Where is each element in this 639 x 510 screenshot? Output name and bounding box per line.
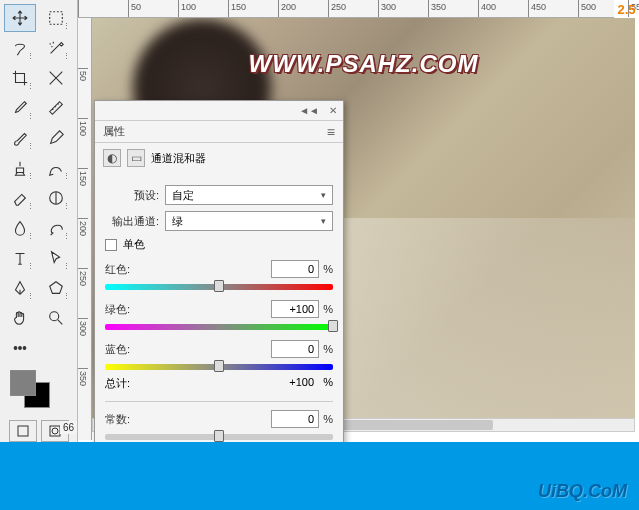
clone-stamp-tool[interactable]: ⋮ bbox=[4, 154, 36, 182]
taskbar: UiBQ.CoM bbox=[0, 442, 639, 510]
ruler-tick: 50 bbox=[78, 68, 88, 118]
shape-tool[interactable]: ⋮ bbox=[40, 274, 72, 302]
green-unit: % bbox=[323, 303, 333, 315]
marquee-tool[interactable]: ⋮ bbox=[40, 4, 72, 32]
constant-slider[interactable] bbox=[105, 430, 333, 442]
mask-icon: ▭ bbox=[127, 149, 145, 167]
blur-tool[interactable]: ⋮ bbox=[4, 214, 36, 242]
monochrome-checkbox[interactable] bbox=[105, 239, 117, 251]
blue-unit: % bbox=[323, 343, 333, 355]
ruler-tick: 200 bbox=[278, 0, 328, 17]
svg-rect-0 bbox=[49, 12, 62, 25]
ruler-tick: 400 bbox=[478, 0, 528, 17]
panel-title: 通道混和器 bbox=[151, 151, 206, 166]
panel-tab-properties[interactable]: 属性 bbox=[103, 124, 125, 139]
foreground-color-swatch[interactable] bbox=[10, 370, 36, 396]
blue-label: 蓝色: bbox=[105, 342, 130, 357]
hand-tool[interactable] bbox=[4, 304, 36, 332]
dodge-tool[interactable]: ⋮ bbox=[40, 214, 72, 242]
ruler-tick bbox=[78, 0, 128, 17]
crop-tool[interactable]: ⋮ bbox=[4, 64, 36, 92]
preset-label: 预设: bbox=[105, 188, 159, 203]
svg-point-4 bbox=[19, 347, 22, 350]
magic-wand-tool[interactable]: ⋮ bbox=[40, 34, 72, 62]
ruler-tick: 100 bbox=[178, 0, 228, 17]
chevron-down-icon: ▾ bbox=[321, 190, 326, 200]
constant-input[interactable] bbox=[271, 410, 319, 428]
history-brush-tool[interactable]: ⋮ bbox=[40, 154, 72, 182]
blue-input[interactable] bbox=[271, 340, 319, 358]
svg-point-8 bbox=[52, 428, 58, 434]
close-icon[interactable]: ✕ bbox=[329, 105, 337, 116]
output-channel-label: 输出通道: bbox=[105, 214, 159, 229]
pencil-tool[interactable] bbox=[40, 124, 72, 152]
svg-rect-6 bbox=[18, 426, 28, 436]
lasso-tool[interactable]: ⋮ bbox=[4, 34, 36, 62]
ruler-tick: 100 bbox=[78, 118, 88, 168]
total-unit: % bbox=[323, 376, 333, 388]
brush-tool[interactable]: ⋮ bbox=[4, 124, 36, 152]
ruler-tick: 350 bbox=[78, 368, 88, 418]
move-tool[interactable] bbox=[4, 4, 36, 32]
collapse-icon[interactable]: ◄◄ bbox=[299, 105, 319, 116]
ruler-tick: 300 bbox=[78, 318, 88, 368]
total-label: 总计: bbox=[105, 376, 130, 391]
green-label: 绿色: bbox=[105, 302, 130, 317]
svg-point-2 bbox=[49, 312, 58, 321]
adjustment-icon: ◐ bbox=[103, 149, 121, 167]
standard-mode-button[interactable] bbox=[9, 420, 37, 442]
panel-menu-icon[interactable]: ≡ bbox=[327, 124, 335, 140]
svg-point-3 bbox=[14, 347, 17, 350]
red-slider[interactable] bbox=[105, 280, 333, 292]
watermark-text: WWW.PSAHZ.COM bbox=[249, 50, 479, 78]
constant-unit: % bbox=[323, 413, 333, 425]
svg-point-5 bbox=[23, 347, 26, 350]
gradient-tool[interactable]: ⋮ bbox=[40, 184, 72, 212]
ruler-tick: 150 bbox=[228, 0, 278, 17]
green-input[interactable] bbox=[271, 300, 319, 318]
type-tool[interactable]: ⋮ bbox=[4, 244, 36, 272]
brand-watermark: UiBQ.CoM bbox=[538, 481, 627, 502]
preset-select[interactable]: 自定 ▾ bbox=[165, 185, 333, 205]
ruler-tick: 150 bbox=[78, 168, 88, 218]
ruler-tick: 450 bbox=[528, 0, 578, 17]
ruler-tick: 50 bbox=[128, 0, 178, 17]
chevron-down-icon: ▾ bbox=[321, 216, 326, 226]
ruler-corner-value: 66 bbox=[60, 421, 77, 434]
ruler-tick: 250 bbox=[328, 0, 378, 17]
red-label: 红色: bbox=[105, 262, 130, 277]
total-value: +100 bbox=[289, 376, 314, 388]
eraser-tool[interactable]: ⋮ bbox=[4, 184, 36, 212]
green-slider[interactable] bbox=[105, 320, 333, 332]
panel-titlebar[interactable]: ◄◄ ✕ bbox=[95, 101, 343, 121]
red-unit: % bbox=[323, 263, 333, 275]
ruler-tick: 200 bbox=[78, 218, 88, 268]
horizontal-ruler: 50 100 150 200 250 300 350 400 450 500 5… bbox=[78, 0, 614, 18]
red-input[interactable] bbox=[271, 260, 319, 278]
preset-value: 自定 bbox=[172, 188, 194, 203]
vertical-ruler: 50 100 150 200 250 300 350 bbox=[78, 18, 92, 440]
blue-slider[interactable] bbox=[105, 360, 333, 372]
toolbox: ⋮ ⋮ ⋮ ⋮ ⋮ ⋮ ⋮ ⋮ ⋮ ⋮ ⋮ ⋮ ⋮ ⋮ ⋮ ⋮ bbox=[0, 0, 78, 446]
path-select-tool[interactable]: ⋮ bbox=[40, 244, 72, 272]
monochrome-label: 单色 bbox=[123, 237, 145, 252]
output-channel-select[interactable]: 绿 ▾ bbox=[165, 211, 333, 231]
pen-tool[interactable]: ⋮ bbox=[4, 274, 36, 302]
slice-tool[interactable] bbox=[40, 64, 72, 92]
constant-label: 常数: bbox=[105, 412, 130, 427]
edit-toolbar[interactable] bbox=[4, 334, 36, 362]
properties-panel: ◄◄ ✕ 属性 ≡ ◐ ▭ 通道混和器 预设: 自定 ▾ 输出通道: 绿 ▾ 单… bbox=[94, 100, 344, 459]
zoom-tool[interactable] bbox=[40, 304, 72, 332]
ruler-tick: 250 bbox=[78, 268, 88, 318]
ruler-tool[interactable] bbox=[40, 94, 72, 122]
color-swatches[interactable] bbox=[4, 368, 73, 414]
zoom-indicator: 2.5 bbox=[614, 2, 639, 17]
ruler-tick: 350 bbox=[428, 0, 478, 17]
ruler-tick: 300 bbox=[378, 0, 428, 17]
eyedropper-tool[interactable]: ⋮ bbox=[4, 94, 36, 122]
output-channel-value: 绿 bbox=[172, 214, 183, 229]
